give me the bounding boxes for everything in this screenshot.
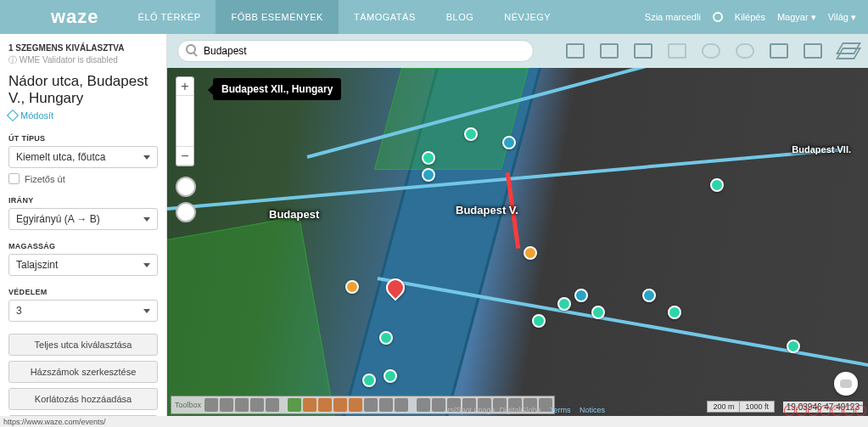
status-icon[interactable] [820,405,831,416]
scale-imperial: 1000 ft [740,402,774,412]
scale-bar: 200 m 1000 ft [707,401,775,413]
direction-select[interactable]: Egyirányú (A → B) [8,208,158,230]
toolbar [167,34,868,68]
add-restriction-button[interactable]: Korlátozás hozzáadása [8,388,158,410]
nav-support[interactable]: TÁMOGATÁS [339,0,431,34]
nav-about[interactable]: NÉVJEGY [489,0,566,34]
tool-button[interactable] [303,398,316,412]
map-canvas[interactable]: Budapest Budapest V. Budapest VII. Budap… [167,68,868,416]
nav-events[interactable]: FŐBB ESEMÉNYEK [216,0,338,34]
toolbox-icon[interactable] [566,43,585,59]
tool-button[interactable] [333,398,347,412]
elevation-label: MAGASSÁG [8,242,158,250]
tool-button[interactable] [395,398,408,412]
map-pin[interactable] [787,340,800,353]
places-icon[interactable] [600,43,619,59]
tool-button[interactable] [349,398,362,412]
map-pin[interactable] [422,151,435,165]
zoom-out-button[interactable]: − [176,147,193,166]
tool-button[interactable] [220,398,233,412]
search-input[interactable] [177,40,534,62]
terms-link[interactable]: Terms [550,406,571,414]
status-url: https://www.waze.com/events/ [3,418,106,426]
map-pin[interactable] [422,168,435,182]
undo-icon[interactable] [702,43,720,59]
status-icon[interactable] [855,405,866,416]
status-icon[interactable] [808,405,819,416]
language-select[interactable]: Magyar ▾ [777,12,816,23]
search-icon [186,44,196,54]
map-pin[interactable] [524,246,537,260]
elevation-select[interactable]: Talajszint [8,254,158,276]
tool-button[interactable] [288,398,301,412]
status-icon[interactable] [832,405,843,416]
zoom-in-button[interactable]: + [176,77,193,96]
zoom-control: + − [176,76,194,166]
left-panel: 1 SZEGMENS KIVÁLASZTVA ⓘ WME Validator i… [0,34,167,416]
pencil-icon [7,110,19,121]
status-icon[interactable] [796,405,807,416]
selection-count: 1 SZEGMENS KIVÁLASZTVA [8,42,158,54]
tool-button[interactable] [250,398,264,412]
caret-icon [143,263,150,267]
status-icons [784,405,866,416]
tool-button[interactable] [379,398,393,412]
map-pin[interactable] [384,369,397,383]
map-pin[interactable] [379,331,393,345]
caret-icon [143,309,150,313]
map-pin[interactable] [502,136,516,149]
map-pin[interactable] [362,374,376,387]
locate-icon[interactable] [176,177,196,197]
world-select[interactable]: Világ ▾ [828,12,856,23]
target-icon[interactable] [176,202,196,222]
map-pin[interactable] [532,314,546,328]
park-area [167,216,338,416]
location-tooltip: Budapest XII., Hungary [213,78,341,100]
road-type-select[interactable]: Kiemelt utca, főutca [8,146,158,168]
select-whole-street-button[interactable]: Teljes utca kiválasztása [8,334,158,356]
map-pin[interactable] [591,306,605,319]
map-pin[interactable] [557,297,571,311]
tool-button[interactable] [235,398,249,412]
redo-icon[interactable] [736,43,754,59]
map-pin[interactable] [574,289,588,302]
toll-checkbox[interactable]: Fizetős út [8,173,158,184]
lock-select[interactable]: 3 [8,300,158,322]
map-pin[interactable] [345,280,359,294]
notices-link[interactable]: Notices [580,406,605,414]
search-box [177,40,534,62]
edit-name-link[interactable]: Módosít [8,110,53,121]
map-pin[interactable] [464,127,478,141]
map-attribution: rs/Spot Image, DigitalGlobe Terms Notice… [447,406,605,414]
status-bar: https://www.waze.com/events/ [0,416,868,427]
trash-icon[interactable] [770,43,788,59]
caret-icon [143,217,150,222]
status-icon[interactable] [784,405,795,416]
tool-button[interactable] [432,398,445,412]
tool-button[interactable] [266,398,279,412]
save-icon[interactable] [668,43,686,59]
zoom-slider[interactable] [176,96,193,147]
tool-button[interactable] [364,398,378,412]
permalink-icon[interactable] [634,43,652,59]
nav-blog[interactable]: BLOG [431,0,490,34]
chat-icon[interactable] [834,372,858,396]
waze-logo[interactable]: waze [0,6,123,28]
nav-live-map[interactable]: ÉLŐ TÉRKÉP [123,0,216,34]
map-pin[interactable] [668,306,681,319]
status-icon[interactable] [843,405,854,416]
toolbox-label: Toolbox [173,401,203,409]
checkbox-icon [8,173,20,184]
map-pin[interactable] [642,289,656,302]
gear-icon[interactable] [713,12,723,22]
tool-button[interactable] [318,398,332,412]
map-pin[interactable] [710,178,724,192]
main-nav: ÉLŐ TÉRKÉP FŐBB ESEMÉNYEK TÁMOGATÁS BLOG… [123,0,567,34]
edit-house-numbers-button[interactable]: Házszámok szerkesztése [8,361,158,383]
tool-button[interactable] [204,398,218,412]
flag-icon[interactable] [804,43,822,59]
tool-button[interactable] [417,398,430,412]
logout-link[interactable]: Kilépés [735,12,765,22]
scale-metric: 200 m [708,402,740,412]
layers-icon[interactable] [837,42,858,59]
